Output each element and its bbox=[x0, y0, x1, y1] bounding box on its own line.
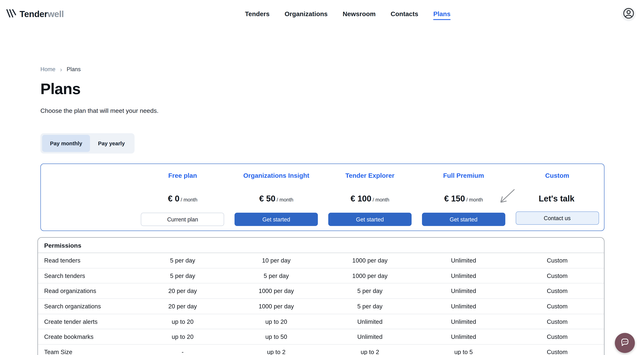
breadcrumb-current: Plans bbox=[67, 66, 81, 72]
current-plan-button[interactable]: Current plan bbox=[141, 213, 224, 226]
plan-price: € 50/ month bbox=[259, 194, 293, 205]
chat-bubble-icon bbox=[620, 337, 630, 349]
plans-card-spacer bbox=[41, 164, 136, 231]
feature-value: up to 5 bbox=[417, 349, 510, 355]
get-started-button-organizations-insight[interactable]: Get started bbox=[235, 213, 318, 226]
nav-tenders[interactable]: Tenders bbox=[245, 10, 270, 18]
feature-value: up to 2 bbox=[323, 349, 417, 355]
plan-price: € 100/ month bbox=[350, 194, 389, 205]
page-title: Plans bbox=[40, 80, 80, 98]
plan-name: Full Premium bbox=[443, 172, 484, 179]
chat-widget-button[interactable] bbox=[615, 333, 635, 353]
account-button[interactable] bbox=[622, 7, 636, 21]
billing-period-toggle: Pay monthly Pay yearly bbox=[40, 133, 134, 154]
table-row: Create tender alerts up to 20 up to 20 U… bbox=[38, 314, 604, 329]
top-nav: Tenderwell Tenders Organizations Newsroo… bbox=[0, 0, 644, 28]
feature-label: Search tenders bbox=[38, 273, 136, 279]
table-row: Read tenders 5 per day 10 per day 1000 p… bbox=[38, 253, 604, 268]
feature-value: 1000 per day bbox=[229, 303, 323, 310]
tenderwell-mark-icon bbox=[6, 8, 17, 20]
table-row: Read organizations 20 per day 1000 per d… bbox=[38, 284, 604, 299]
nav-contacts[interactable]: Contacts bbox=[390, 10, 418, 18]
feature-value: Unlimited bbox=[323, 334, 417, 340]
feature-value: up to 20 bbox=[229, 318, 323, 325]
feature-value: up to 50 bbox=[229, 334, 323, 340]
feature-value: up to 20 bbox=[136, 318, 230, 325]
plan-name: Free plan bbox=[168, 172, 197, 179]
feature-value: Unlimited bbox=[417, 288, 510, 294]
feature-value: 20 per day bbox=[136, 288, 230, 294]
feature-value: 1000 per day bbox=[229, 288, 323, 294]
feature-value: 5 per day bbox=[136, 273, 230, 279]
plan-full-premium: Full Premium € 150/ month Get started bbox=[417, 164, 510, 231]
feature-value: Unlimited bbox=[323, 318, 417, 325]
pay-yearly-button[interactable]: Pay yearly bbox=[90, 135, 133, 152]
chevron-right-icon: › bbox=[60, 67, 62, 72]
table-row: Team Size - up to 2 up to 2 up to 5 Cust… bbox=[38, 345, 604, 355]
nav-plans[interactable]: Plans bbox=[433, 10, 450, 18]
get-started-button-full-premium[interactable]: Get started bbox=[422, 213, 505, 226]
table-row: Create bookmarks up to 20 up to 50 Unlim… bbox=[38, 329, 604, 345]
feature-value: Unlimited bbox=[417, 334, 510, 340]
page-subtitle: Choose the plan that will meet your need… bbox=[40, 107, 158, 114]
feature-value: Custom bbox=[510, 303, 604, 310]
plans-card: Free plan € 0/ month Current plan Organi… bbox=[40, 164, 604, 231]
plan-organizations-insight: Organizations Insight € 50/ month Get st… bbox=[229, 164, 323, 231]
feature-value: Custom bbox=[510, 318, 604, 325]
contact-us-button[interactable]: Contact us bbox=[516, 211, 599, 225]
feature-value: 10 per day bbox=[229, 257, 323, 264]
feature-label: Read organizations bbox=[38, 288, 136, 294]
breadcrumb-home-link[interactable]: Home bbox=[40, 66, 56, 72]
table-row: Search organizations 20 per day 1000 per… bbox=[38, 299, 604, 314]
feature-value: Custom bbox=[510, 257, 604, 264]
feature-value: Custom bbox=[510, 288, 604, 294]
user-circle-icon bbox=[623, 7, 634, 21]
feature-value: Unlimited bbox=[417, 303, 510, 310]
plan-tender-explorer: Tender Explorer € 100/ month Get started bbox=[323, 164, 417, 231]
feature-value: 5 per day bbox=[323, 303, 417, 310]
plan-custom: Custom Let's talk Contact us bbox=[510, 164, 604, 231]
plan-price: € 0/ month bbox=[168, 194, 198, 205]
feature-value: Custom bbox=[510, 334, 604, 340]
main-nav: Tenders Organizations Newsroom Contacts … bbox=[245, 0, 450, 28]
feature-label: Read tenders bbox=[38, 257, 136, 264]
table-row: Search tenders 5 per day 5 per day 1000 … bbox=[38, 268, 604, 284]
feature-label: Create bookmarks bbox=[38, 334, 136, 340]
plan-name: Custom bbox=[545, 172, 569, 179]
feature-value: up to 20 bbox=[136, 334, 230, 340]
feature-value: 5 per day bbox=[323, 288, 417, 294]
brand-name: Tenderwell bbox=[20, 9, 64, 19]
feature-label: Create tender alerts bbox=[38, 318, 136, 325]
feature-value: Unlimited bbox=[417, 318, 510, 325]
feature-value: Unlimited bbox=[417, 257, 510, 264]
plan-free: Free plan € 0/ month Current plan bbox=[136, 164, 230, 231]
plans-page: Tenderwell Tenders Organizations Newsroo… bbox=[0, 0, 644, 355]
feature-value: Custom bbox=[510, 273, 604, 279]
plan-name: Organizations Insight bbox=[243, 172, 309, 179]
permissions-table: Permissions Read tenders 5 per day 10 pe… bbox=[38, 237, 604, 355]
pay-monthly-button[interactable]: Pay monthly bbox=[42, 135, 90, 152]
feature-label: Search organizations bbox=[38, 303, 136, 310]
plan-name: Tender Explorer bbox=[346, 172, 394, 179]
feature-value: 20 per day bbox=[136, 303, 230, 310]
plan-price: Let's talk bbox=[538, 194, 576, 203]
breadcrumb: Home › Plans bbox=[40, 66, 81, 72]
nav-organizations[interactable]: Organizations bbox=[285, 10, 328, 18]
feature-value: up to 2 bbox=[229, 349, 323, 355]
feature-value: Custom bbox=[510, 349, 604, 355]
brand-logo[interactable]: Tenderwell bbox=[6, 0, 64, 28]
plan-price: € 150/ month bbox=[444, 194, 483, 205]
permissions-section-title: Permissions bbox=[38, 238, 604, 253]
feature-value: 1000 per day bbox=[323, 257, 417, 264]
get-started-button-tender-explorer[interactable]: Get started bbox=[328, 213, 412, 226]
feature-value: 1000 per day bbox=[323, 273, 417, 279]
nav-newsroom[interactable]: Newsroom bbox=[343, 10, 376, 18]
feature-value: 5 per day bbox=[136, 257, 230, 264]
feature-value: - bbox=[136, 349, 230, 355]
feature-label: Team Size bbox=[38, 349, 136, 355]
feature-value: 5 per day bbox=[229, 273, 323, 279]
feature-value: Unlimited bbox=[417, 273, 510, 279]
